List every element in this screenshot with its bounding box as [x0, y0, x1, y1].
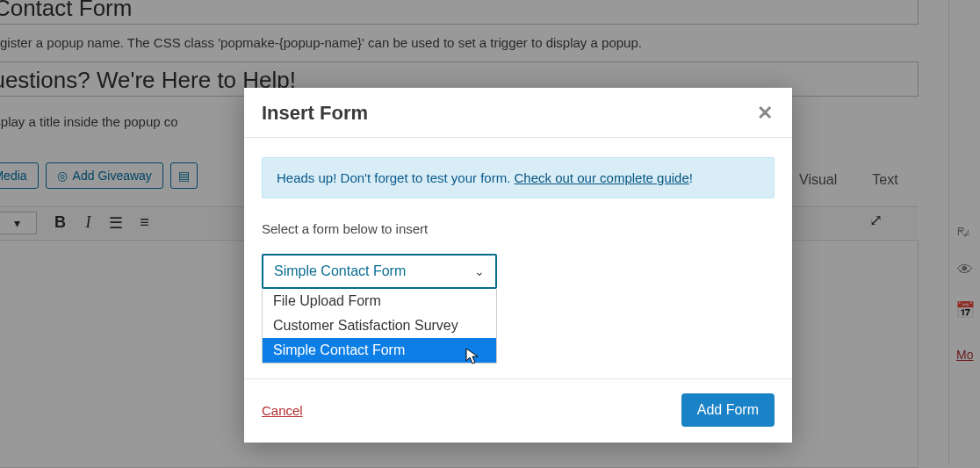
- form-option[interactable]: Simple Contact Form: [263, 338, 496, 363]
- notice-text: Heads up! Don't forget to test your form…: [277, 170, 515, 185]
- notice-post: !: [689, 170, 693, 185]
- modal-body: Heads up! Don't forget to test your form…: [244, 138, 792, 291]
- chevron-down-icon: ⌄: [474, 264, 485, 278]
- form-dropdown: File Upload FormCustomer Satisfaction Su…: [262, 289, 497, 364]
- modal-title: Insert Form: [262, 102, 368, 125]
- add-form-button[interactable]: Add Form: [681, 393, 775, 427]
- modal-footer: Cancel Add Form: [244, 378, 792, 443]
- form-select-value: Simple Contact Form: [274, 263, 406, 279]
- form-select[interactable]: Simple Contact Form ⌄: [262, 254, 497, 289]
- close-icon[interactable]: ✕: [757, 102, 773, 125]
- select-form-label: Select a form below to insert: [262, 221, 775, 236]
- form-option[interactable]: Customer Satisfaction Survey: [263, 313, 496, 338]
- form-select-wrap: Simple Contact Form ⌄ File Upload FormCu…: [262, 254, 775, 289]
- insert-form-modal: Insert Form ✕ Heads up! Don't forget to …: [244, 88, 792, 443]
- notice-banner: Heads up! Don't forget to test your form…: [262, 157, 775, 198]
- modal-header: Insert Form ✕: [244, 88, 792, 138]
- form-option[interactable]: File Upload Form: [263, 289, 496, 313]
- notice-link[interactable]: Check out our complete guide: [515, 170, 689, 185]
- cancel-button[interactable]: Cancel: [262, 403, 303, 418]
